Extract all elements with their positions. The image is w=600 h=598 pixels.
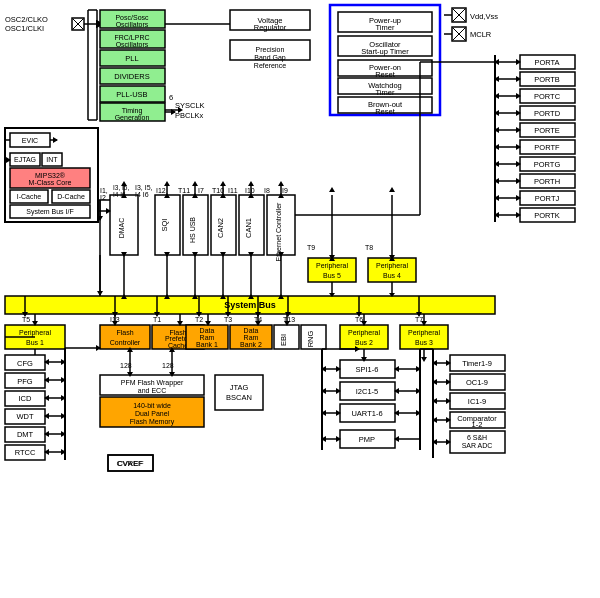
svg-text:T11: T11 (178, 187, 190, 194)
svg-text:SQI: SQI (160, 219, 169, 232)
svg-text:FRC/LPRC: FRC/LPRC (114, 34, 149, 41)
svg-text:I4 I6: I4 I6 (135, 191, 149, 198)
svg-text:PLL: PLL (125, 54, 138, 63)
svg-text:PORTB: PORTB (534, 75, 560, 84)
svg-text:PLL-USB: PLL-USB (116, 90, 147, 99)
svg-text:Dual Panel: Dual Panel (135, 410, 170, 417)
svg-text:6: 6 (169, 93, 173, 102)
svg-text:6 S&H: 6 S&H (467, 434, 487, 441)
svg-text:Reset: Reset (375, 107, 396, 116)
svg-text:Oscillators: Oscillators (116, 21, 149, 28)
svg-text:T8: T8 (365, 244, 373, 251)
svg-text:RNG: RNG (306, 331, 315, 348)
svg-text:INT: INT (46, 156, 58, 163)
svg-text:PORTK: PORTK (534, 211, 560, 220)
svg-text:Data: Data (200, 327, 215, 334)
svg-text:MIPS32®: MIPS32® (35, 172, 66, 179)
svg-text:Regulator: Regulator (254, 23, 287, 32)
svg-text:T9: T9 (307, 244, 315, 251)
svg-text:Reference: Reference (254, 62, 286, 69)
svg-text:Bus 4: Bus 4 (383, 272, 401, 279)
svg-text:UART1-6: UART1-6 (351, 409, 382, 418)
svg-text:PORTA: PORTA (534, 58, 559, 67)
svg-text:Peripheral: Peripheral (408, 329, 440, 337)
svg-text:Bus 5: Bus 5 (323, 272, 341, 279)
svg-text:Peripheral: Peripheral (376, 262, 408, 270)
svg-text:Ram: Ram (244, 334, 259, 341)
svg-text:Timer: Timer (376, 23, 395, 32)
svg-text:T5: T5 (22, 316, 30, 323)
svg-text:I12: I12 (156, 187, 166, 194)
diagram-svg: OSC2/CLKO OSC1/CLKI Posc/Sosc Oscillator… (0, 0, 600, 598)
svg-text:DMAC: DMAC (118, 218, 125, 239)
svg-text:T3: T3 (224, 316, 232, 323)
svg-text:PORTG: PORTG (534, 160, 561, 169)
svg-text:OC1-9: OC1-9 (466, 378, 488, 387)
svg-text:PORTD: PORTD (534, 109, 561, 118)
svg-text:System Bus I/F: System Bus I/F (26, 208, 73, 216)
svg-text:DMT: DMT (17, 430, 34, 439)
svg-text:EBI: EBI (279, 334, 288, 346)
svg-text:Peripheral: Peripheral (316, 262, 348, 270)
svg-text:PORTF: PORTF (534, 143, 560, 152)
svg-text:RTCC: RTCC (15, 448, 36, 457)
svg-text:Controller: Controller (110, 339, 141, 346)
svg-text:Bank 1: Bank 1 (196, 341, 218, 348)
svg-text:SAR ADC: SAR ADC (462, 442, 493, 449)
svg-text:and ECC: and ECC (138, 387, 166, 394)
svg-text:System Bus: System Bus (224, 300, 276, 310)
svg-text:PFG: PFG (17, 377, 33, 386)
svg-text:Timer1-9: Timer1-9 (462, 359, 492, 368)
svg-text:PORTC: PORTC (534, 92, 561, 101)
svg-text:D-Cache: D-Cache (57, 193, 85, 200)
svg-text:Bus 2: Bus 2 (355, 339, 373, 346)
svg-text:Vdd,Vss: Vdd,Vss (470, 12, 498, 21)
svg-text:Peripheral: Peripheral (19, 329, 51, 337)
svg-text:Oscillators: Oscillators (116, 41, 149, 48)
svg-text:PORTH: PORTH (534, 177, 560, 186)
osc-label: OSC2/CLKO (5, 15, 48, 24)
svg-text:ICD: ICD (19, 394, 33, 403)
svg-text:I2C1-5: I2C1-5 (356, 387, 379, 396)
svg-text:CAN2: CAN2 (216, 218, 225, 238)
svg-text:PMP: PMP (359, 435, 375, 444)
svg-text:I-Cache: I-Cache (17, 193, 42, 200)
svg-text:CFG: CFG (17, 359, 33, 368)
svg-text:I10: I10 (245, 187, 255, 194)
svg-text:Flash Memory: Flash Memory (130, 418, 175, 426)
svg-text:1-2: 1-2 (472, 420, 483, 429)
svg-text:JTAG: JTAG (230, 383, 249, 392)
svg-text:Generation: Generation (115, 114, 150, 121)
svg-text:EVIC: EVIC (22, 137, 38, 144)
svg-text:T2: T2 (195, 316, 203, 323)
svg-text:IC1-9: IC1-9 (468, 397, 486, 406)
svg-text:Timer: Timer (376, 88, 395, 97)
svg-text:Precision: Precision (256, 46, 285, 53)
svg-text:Flash: Flash (116, 329, 133, 336)
svg-text:OSC1/CLKI: OSC1/CLKI (5, 24, 44, 33)
svg-text:MCLR: MCLR (470, 30, 492, 39)
svg-text:I3, I5,: I3, I5, (135, 184, 153, 191)
svg-text:Data: Data (244, 327, 259, 334)
svg-text:WDT: WDT (16, 412, 33, 421)
svg-text:CAN1: CAN1 (244, 218, 253, 238)
svg-text:Bus 3: Bus 3 (415, 339, 433, 346)
svg-text:Bus 1: Bus 1 (26, 339, 44, 346)
block-diagram: OSC2/CLKO OSC1/CLKI Posc/Sosc Oscillator… (0, 0, 600, 598)
svg-text:PBCLKx: PBCLKx (175, 111, 204, 120)
svg-text:Band Gap: Band Gap (254, 54, 286, 62)
svg-text:BSCAN: BSCAN (226, 393, 252, 402)
svg-text:Bank 2: Bank 2 (240, 341, 262, 348)
svg-text:Start-up Timer: Start-up Timer (361, 47, 409, 56)
svg-text:I8: I8 (264, 187, 270, 194)
svg-text:PFM Flash Wrapper: PFM Flash Wrapper (121, 379, 184, 387)
svg-text:Peripheral: Peripheral (348, 329, 380, 337)
svg-text:Posc/Sosc: Posc/Sosc (115, 14, 149, 21)
svg-text:Ram: Ram (200, 334, 215, 341)
svg-text:M-Class Core: M-Class Core (29, 179, 72, 186)
svg-text:EJTAG: EJTAG (14, 156, 36, 163)
svg-text:PORTE: PORTE (534, 126, 560, 135)
svg-text:DIVIDERS: DIVIDERS (114, 72, 149, 81)
svg-text:Cache: Cache (168, 342, 188, 349)
svg-text:HS USB: HS USB (189, 217, 196, 243)
